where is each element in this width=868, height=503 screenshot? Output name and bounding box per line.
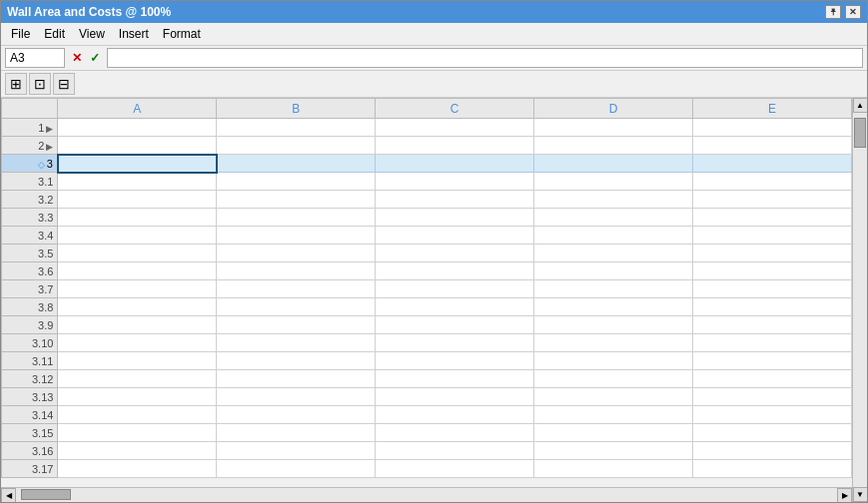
cell[interactable] [534,352,693,370]
cell[interactable] [217,209,376,227]
table-row[interactable]: 3.8 [2,298,852,316]
cell[interactable] [534,388,693,406]
row-header-2[interactable]: 2▶ [2,137,58,155]
table-row[interactable]: ◇3 [2,155,852,173]
cell[interactable] [376,298,534,316]
cell[interactable] [58,245,217,262]
table-row[interactable]: 3.6 [2,262,852,280]
cell[interactable] [534,155,693,173]
formula-input[interactable] [107,48,863,68]
scroll-h-thumb[interactable] [21,489,71,500]
toolbar-btn-2[interactable]: ⊡ [29,73,51,95]
cell[interactable] [376,388,534,406]
cell[interactable] [217,316,376,334]
cell[interactable] [693,262,852,280]
cell[interactable] [58,280,217,298]
row-header-1[interactable]: 1▶ [2,119,58,137]
row-header-3.14[interactable]: 3.14 [2,406,58,424]
row-header-3.3[interactable]: 3.3 [2,209,58,227]
cell[interactable] [693,137,852,155]
row-header-3.10[interactable]: 3.10 [2,334,58,352]
cell[interactable] [376,460,534,478]
cell[interactable] [534,119,693,137]
pin-button[interactable]: 🖈 [825,5,841,19]
cell[interactable] [376,280,534,298]
cell[interactable] [693,191,852,209]
cell[interactable] [58,370,217,388]
row-header-3.7[interactable]: 3.7 [2,280,58,298]
cell[interactable] [693,245,852,262]
cell[interactable] [376,137,534,155]
table-row[interactable]: 3.7 [2,280,852,298]
row-header-3.16[interactable]: 3.16 [2,442,58,460]
cell[interactable] [376,352,534,370]
cell[interactable] [217,298,376,316]
cell[interactable] [217,173,376,191]
row-header-3.9[interactable]: 3.9 [2,316,58,334]
cell[interactable] [217,370,376,388]
menu-file[interactable]: File [5,25,36,43]
table-row[interactable]: 3.3 [2,209,852,227]
cell[interactable] [534,209,693,227]
scroll-v-track[interactable] [853,113,867,487]
cell[interactable] [58,262,217,280]
close-button[interactable]: ✕ [845,5,861,19]
table-row[interactable]: 3.1 [2,173,852,191]
cell[interactable] [534,191,693,209]
cell[interactable] [217,442,376,460]
table-row[interactable]: 3.17 [2,460,852,478]
scroll-left-button[interactable]: ◀ [1,488,16,503]
scroll-right-button[interactable]: ▶ [837,488,852,503]
cell[interactable] [217,119,376,137]
row-header-3.17[interactable]: 3.17 [2,460,58,478]
cell[interactable] [376,262,534,280]
cell[interactable] [376,119,534,137]
cell[interactable] [58,316,217,334]
cell[interactable] [58,155,217,173]
cell[interactable] [217,352,376,370]
cell[interactable] [217,460,376,478]
cell[interactable] [58,173,217,191]
cell[interactable] [693,442,852,460]
cell[interactable] [58,424,217,442]
cell[interactable] [58,119,217,137]
cell[interactable] [217,227,376,245]
cell[interactable] [58,227,217,245]
table-row[interactable]: 3.10 [2,334,852,352]
cell[interactable] [376,209,534,227]
row-header-3.8[interactable]: 3.8 [2,298,58,316]
cell[interactable] [693,424,852,442]
cell[interactable] [376,155,534,173]
table-row[interactable]: 3.2 [2,191,852,209]
toolbar-btn-1[interactable]: ⊞ [5,73,27,95]
cell[interactable] [534,280,693,298]
menu-format[interactable]: Format [157,25,207,43]
cell[interactable] [217,424,376,442]
row-header-3[interactable]: ◇3 [2,155,58,173]
cell[interactable] [693,316,852,334]
vertical-scrollbar[interactable]: ▲ ▼ [852,98,867,502]
cell[interactable] [534,334,693,352]
table-row[interactable]: 1▶ [2,119,852,137]
col-header-d[interactable]: D [534,99,693,119]
row-header-3.13[interactable]: 3.13 [2,388,58,406]
row-header-3.15[interactable]: 3.15 [2,424,58,442]
scroll-up-button[interactable]: ▲ [853,98,868,113]
col-header-c[interactable]: C [376,99,534,119]
menu-edit[interactable]: Edit [38,25,71,43]
table-row[interactable]: 3.11 [2,352,852,370]
cell[interactable] [217,280,376,298]
cell[interactable] [534,406,693,424]
table-row[interactable]: 3.5 [2,245,852,262]
col-header-a[interactable]: A [58,99,217,119]
cell[interactable] [693,155,852,173]
confirm-icon[interactable]: ✓ [87,50,103,66]
cell[interactable] [693,388,852,406]
col-header-e[interactable]: E [693,99,852,119]
cell[interactable] [693,370,852,388]
cell[interactable] [534,424,693,442]
cell[interactable] [376,173,534,191]
cell[interactable] [58,352,217,370]
expand-arrow[interactable]: ▶ [46,142,53,152]
cell[interactable] [376,442,534,460]
